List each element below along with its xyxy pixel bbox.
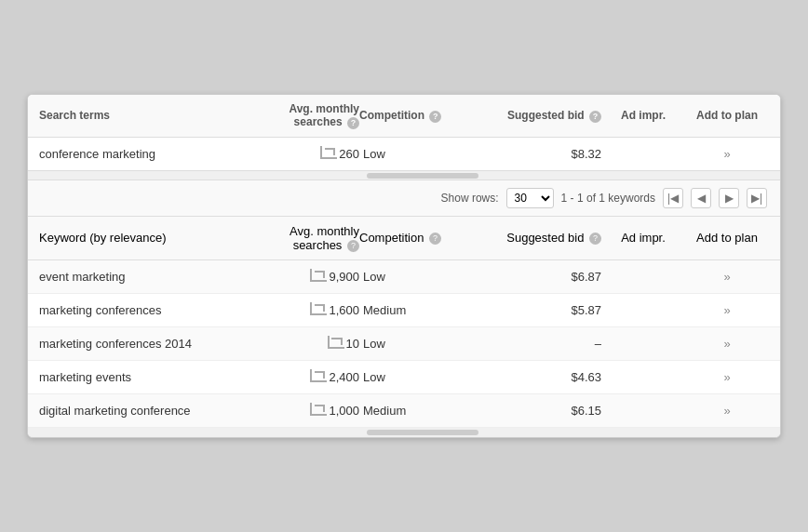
col-add-to-plan-top: Add to plan	[685, 109, 769, 122]
col-suggested-bid-top: Suggested bid ?	[480, 109, 601, 122]
last-page-btn[interactable]: ▶|	[747, 188, 767, 208]
page-info: 1 - 1 of 1 keywords	[561, 192, 655, 205]
competition-value: Low	[359, 147, 480, 161]
competition-help-icon-bottom[interactable]: ?	[429, 233, 441, 245]
scrollbar-thumb	[367, 173, 478, 179]
add-to-plan-btn-0[interactable]: »	[685, 270, 769, 284]
keyword-cell-1: marketing conferences	[39, 303, 238, 317]
col-competition-top: Competition ?	[359, 109, 480, 122]
table-row: event marketing 9,900 Low $6.87 »	[28, 260, 780, 294]
competition-help-icon-top[interactable]: ?	[429, 111, 441, 123]
suggested-bid-help-icon-bottom[interactable]: ?	[589, 233, 601, 245]
top-table-header: Search terms Avg. monthly searches ? Com…	[28, 95, 780, 137]
add-to-plan-btn-1[interactable]: »	[685, 303, 769, 317]
keyword-cell-0: event marketing	[39, 270, 238, 284]
bottom-scrollbar[interactable]	[28, 428, 780, 437]
chart-number-cell-2: 10	[238, 337, 359, 351]
avg-monthly-help-icon[interactable]: ?	[347, 117, 359, 129]
chart-icon-3	[310, 371, 325, 382]
col-avg-monthly-bottom: Avg. monthly searches ?	[238, 224, 359, 252]
suggested-bid-value-2: –	[480, 337, 601, 351]
suggested-bid-value-1: $5.87	[480, 303, 601, 317]
table-row: marketing conferences 1,600 Medium $5.87…	[28, 294, 780, 327]
chart-number-cell-3: 2,400	[238, 370, 359, 384]
chart-icon-1	[310, 304, 325, 315]
col-ad-impr-bottom: Ad impr.	[601, 231, 685, 245]
keywords-table: Keyword (by relevance) Avg. monthly sear…	[28, 217, 780, 428]
avg-monthly-value-1: 1,600	[329, 303, 359, 317]
keyword-cell: conference marketing	[39, 147, 238, 161]
top-scrollbar[interactable]	[28, 171, 780, 180]
table-row: digital marketing conference 1,000 Mediu…	[28, 394, 780, 428]
keyword-cell-3: marketing events	[39, 370, 238, 384]
col-suggested-bid-bottom: Suggested bid ?	[480, 231, 601, 245]
competition-value-4: Medium	[359, 404, 480, 418]
col-ad-impr-top: Ad impr.	[601, 109, 685, 122]
col-add-to-plan-bottom: Add to plan	[685, 231, 769, 245]
bottom-table-header: Keyword (by relevance) Avg. monthly sear…	[28, 217, 780, 260]
competition-value-1: Medium	[359, 303, 480, 317]
col-avg-monthly-top: Avg. monthly searches ?	[238, 102, 359, 128]
avg-monthly-value-4: 1,000	[329, 404, 359, 418]
pagination-row: Show rows: 30 50 100 1 - 1 of 1 keywords…	[28, 180, 780, 217]
avg-monthly-value-3: 2,400	[329, 370, 359, 384]
chart-number-cell-4: 1,000	[238, 404, 359, 418]
col-search-terms: Search terms	[39, 109, 238, 122]
main-container: Search terms Avg. monthly searches ? Com…	[27, 94, 781, 437]
col-competition-bottom: Competition ?	[359, 231, 480, 245]
col-keyword: Keyword (by relevance)	[39, 231, 238, 245]
chart-icon-4	[310, 405, 325, 416]
chart-icon-0	[310, 271, 325, 282]
competition-value-3: Low	[359, 370, 480, 384]
chart-number-cell-0: 9,900	[238, 270, 359, 284]
chart-number-cell: 260	[238, 147, 359, 161]
chart-icon	[320, 148, 335, 159]
add-to-plan-btn[interactable]: »	[685, 147, 769, 161]
suggested-bid-value-0: $6.87	[480, 270, 601, 284]
suggested-bid-value-3: $4.63	[480, 370, 601, 384]
add-to-plan-btn-3[interactable]: »	[685, 370, 769, 384]
add-to-plan-btn-2[interactable]: »	[685, 337, 769, 351]
table-row: conference marketing 260 Low $8.32 »	[28, 138, 780, 170]
keyword-cell-4: digital marketing conference	[39, 404, 238, 418]
suggested-bid-value-4: $6.15	[480, 404, 601, 418]
suggested-bid-help-icon-top[interactable]: ?	[589, 111, 601, 123]
avg-monthly-value-2: 10	[346, 337, 359, 351]
suggested-bid-value: $8.32	[480, 147, 601, 161]
add-to-plan-btn-4[interactable]: »	[685, 404, 769, 418]
show-rows-label: Show rows:	[441, 192, 499, 205]
competition-value-2: Low	[359, 337, 480, 351]
table-row: marketing conferences 2014 10 Low – »	[28, 327, 780, 361]
search-terms-table: Search terms Avg. monthly searches ? Com…	[28, 95, 780, 170]
first-page-btn[interactable]: |◀	[663, 188, 683, 208]
rows-per-page-select[interactable]: 30 50 100	[506, 188, 554, 208]
next-page-btn[interactable]: ▶	[719, 188, 739, 208]
avg-monthly-value: 260	[339, 147, 359, 161]
competition-value-0: Low	[359, 270, 480, 284]
prev-page-btn[interactable]: ◀	[691, 188, 711, 208]
keyword-cell-2: marketing conferences 2014	[39, 337, 238, 351]
table-row: marketing events 2,400 Low $4.63 »	[28, 361, 780, 394]
chart-number-cell-1: 1,600	[238, 303, 359, 317]
avg-monthly-help-icon-bottom[interactable]: ?	[347, 240, 359, 252]
scrollbar-thumb-bottom	[367, 430, 478, 435]
chart-icon-2	[328, 338, 343, 349]
avg-monthly-value-0: 9,900	[329, 270, 359, 284]
